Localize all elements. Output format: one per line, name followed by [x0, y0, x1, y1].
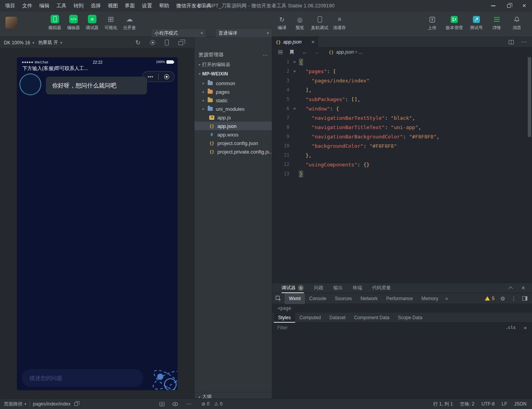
- gear-icon[interactable]: [500, 295, 505, 302]
- minimize-button[interactable]: [485, 0, 501, 12]
- menu-settings[interactable]: 设置: [138, 0, 156, 12]
- navigate-back-icon[interactable]: [302, 49, 308, 55]
- multi-window-icon[interactable]: [178, 41, 183, 45]
- cloud-dev-toggle-button[interactable]: 云开发: [120, 15, 139, 31]
- menu-interface[interactable]: 界面: [121, 0, 138, 12]
- device-icon[interactable]: [165, 40, 169, 45]
- breadcrumb-file[interactable]: app.json: [329, 49, 354, 55]
- navigate-forward-icon[interactable]: [314, 49, 319, 55]
- split-editor-icon[interactable]: [509, 40, 514, 44]
- mode-dropdown[interactable]: 小程序模式: [151, 28, 206, 38]
- user-avatar[interactable]: [5, 17, 17, 28]
- clear-cache-button[interactable]: 清缓存: [331, 16, 348, 31]
- tab-terminal[interactable]: 终端: [353, 283, 362, 293]
- fold-icon[interactable]: [289, 60, 299, 64]
- more-actions-icon[interactable]: [521, 38, 527, 45]
- tree-item-app-wxss[interactable]: app.wxss: [194, 130, 272, 139]
- version-control-button[interactable]: 版本管理: [443, 16, 465, 31]
- tab-debugger[interactable]: 调试器 5: [282, 283, 304, 293]
- tab-code-quality[interactable]: 代码质量: [372, 283, 391, 293]
- copy-icon[interactable]: [74, 402, 78, 406]
- dock-side-icon[interactable]: [522, 296, 527, 301]
- menu-edit[interactable]: 编辑: [36, 0, 53, 12]
- bookmark-icon[interactable]: [290, 50, 294, 54]
- tree-item-app-json[interactable]: app.json: [194, 122, 272, 130]
- breadcrumb-more[interactable]: …: [358, 49, 363, 55]
- editor-toggle-button[interactable]: 编辑器: [64, 15, 83, 31]
- indent-info[interactable]: 空格: 2: [460, 401, 474, 407]
- fold-icon[interactable]: [289, 107, 299, 111]
- new-style-rule-button[interactable]: +: [523, 324, 527, 331]
- tree-item-pages[interactable]: pages: [194, 87, 272, 96]
- warnings-indicator[interactable]: 5: [485, 296, 495, 301]
- tree-item-uni-modules[interactable]: uni_modules: [194, 105, 272, 113]
- tab-scope-data[interactable]: Scope Data: [394, 313, 427, 323]
- devtools-tab-console[interactable]: Console: [305, 293, 331, 304]
- tab-component-data[interactable]: Component Data: [350, 313, 394, 323]
- tree-item-app-js[interactable]: app.js: [194, 113, 272, 122]
- eol-indicator[interactable]: LF: [502, 401, 507, 407]
- compile-mode-dropdown[interactable]: 普通编译: [215, 28, 272, 38]
- tab-computed[interactable]: Computed: [295, 313, 325, 323]
- devtools-tab-overflow[interactable]: »: [443, 296, 451, 301]
- toggle-class-button[interactable]: .cls: [506, 325, 516, 330]
- menu-select[interactable]: 选择: [87, 0, 104, 12]
- tree-item-static[interactable]: static: [194, 96, 272, 105]
- preview-button[interactable]: 预览: [291, 16, 309, 31]
- outline-list-icon[interactable]: [278, 50, 283, 54]
- device-scale-dropdown[interactable]: DK 100% 16: [4, 40, 34, 45]
- restore-button[interactable]: [501, 0, 516, 12]
- open-editors-section[interactable]: 打开的编辑器: [194, 60, 272, 69]
- tab-dataset[interactable]: Dataset: [325, 313, 350, 323]
- compile-button[interactable]: 编译: [273, 16, 291, 31]
- capsule-exit-button[interactable]: [159, 74, 174, 79]
- details-button[interactable]: 详情: [488, 16, 506, 31]
- collapse-panel-icon[interactable]: [508, 286, 513, 290]
- styles-filter-input[interactable]: [277, 325, 506, 330]
- element-tree-preview[interactable]: <page: [272, 304, 532, 313]
- visualization-toggle-button[interactable]: 可视化: [102, 15, 120, 31]
- more-dots-icon[interactable]: [186, 400, 192, 407]
- test-account-button[interactable]: 测试号: [467, 16, 485, 31]
- menu-view[interactable]: 视图: [104, 0, 121, 12]
- tree-item-common[interactable]: common: [194, 79, 272, 87]
- eye-icon[interactable]: [172, 402, 178, 406]
- language-indicator[interactable]: JSON: [514, 401, 527, 407]
- encoding-indicator[interactable]: UTF-8: [481, 401, 495, 407]
- kebab-menu-icon[interactable]: [511, 295, 516, 302]
- devtools-tab-wxml[interactable]: Wxml: [285, 293, 305, 304]
- tab-styles[interactable]: Styles: [274, 313, 295, 323]
- project-root-section[interactable]: MP-WEIXIN: [194, 70, 272, 78]
- tree-item-project-config[interactable]: project.config.json: [194, 139, 272, 147]
- trace-icon[interactable]: [159, 402, 164, 406]
- problems-indicator[interactable]: 0 0: [201, 399, 222, 409]
- fold-icon[interactable]: [289, 69, 299, 73]
- menu-tools[interactable]: 工具: [53, 0, 70, 12]
- devtools-tab-network[interactable]: Network: [356, 293, 382, 304]
- editor-scrollbar[interactable]: [528, 57, 531, 137]
- close-panel-icon[interactable]: [522, 285, 525, 292]
- menu-goto[interactable]: 转到: [70, 0, 87, 12]
- question-input[interactable]: [22, 369, 143, 387]
- menu-project[interactable]: 项目: [2, 0, 19, 12]
- editor-tab-app-json[interactable]: app.json: [272, 37, 318, 47]
- page-path-dropdown[interactable]: 页面路径: [4, 401, 26, 407]
- menu-help[interactable]: 帮助: [156, 0, 173, 12]
- devtools-tab-performance[interactable]: Performance: [382, 293, 417, 304]
- record-icon[interactable]: [150, 40, 155, 45]
- tab-close-icon[interactable]: [312, 38, 315, 45]
- tab-output[interactable]: 输出: [333, 283, 343, 293]
- devtools-tab-memory[interactable]: Memory: [417, 293, 443, 304]
- real-device-debug-button[interactable]: 真机调试: [309, 16, 331, 31]
- page-path-value[interactable]: pages/index/index: [33, 401, 71, 407]
- tree-item-project-private-config[interactable]: project.private.config.js...: [194, 147, 272, 156]
- code-editor[interactable]: 1{ 2 "pages": [ 3 "pages/index/index" 4 …: [272, 57, 527, 178]
- tab-problems[interactable]: 问题: [314, 283, 323, 293]
- devtools-tab-sources[interactable]: Sources: [331, 293, 356, 304]
- cursor-position[interactable]: 行 1, 列 1: [433, 401, 453, 407]
- menu-file[interactable]: 文件: [19, 0, 36, 12]
- refresh-icon[interactable]: [135, 39, 140, 46]
- debugger-toggle-button[interactable]: 调试器: [83, 15, 102, 31]
- close-button[interactable]: [516, 0, 532, 12]
- upload-button[interactable]: 上传: [423, 16, 441, 31]
